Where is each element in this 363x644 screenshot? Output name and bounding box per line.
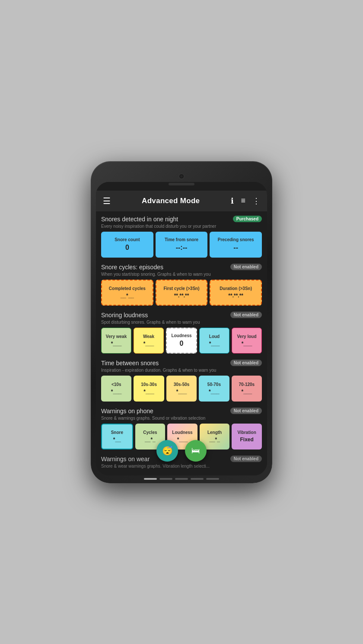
section-time-between: Time between snores Not enabled Inspirat…	[101, 360, 262, 402]
card-label-loud: Loud	[209, 334, 220, 339]
section-desc-time-between: Inspiration - expiration duration. Graph…	[101, 368, 262, 373]
card-completed-cycles[interactable]: Completed cycles __*__	[101, 280, 153, 306]
notes-icon[interactable]: ≡	[240, 195, 246, 206]
section-header-cycles: Snore cycles: episodes Not enabled	[101, 264, 262, 271]
card-value-warn-length: __*_	[209, 437, 220, 443]
section-header-time-between: Time between snores Not enabled	[101, 360, 262, 367]
card-label-time-from-snore: Time from snore	[165, 237, 198, 242]
badge-loudness: Not enabled	[230, 312, 262, 318]
phone-frame: ☰ Advanced Mode ℹ ≡ ⋮ Snores detected in…	[91, 161, 272, 483]
card-duration[interactable]: Duration (>3Sn) **.**.**	[210, 280, 262, 306]
fab-bed[interactable]: 🛏	[185, 440, 207, 462]
card-value-10s-30s: *___	[143, 389, 154, 395]
card-loud[interactable]: Loud *___	[199, 328, 229, 354]
badge-warnings-phone: Not enabled	[230, 408, 262, 414]
card-label-30s-50s: 30s-50s	[174, 382, 190, 387]
card-lt10s[interactable]: <10s *___	[101, 376, 131, 402]
fab-face[interactable]: 😴	[156, 440, 178, 462]
fab-container: 😴 🛏	[156, 440, 207, 462]
nav-dot-5	[206, 478, 219, 480]
card-label-snore-count: Snore count	[115, 237, 140, 242]
card-value-30s-50s: *___	[176, 389, 187, 395]
card-label-70-120s: 70-120s	[239, 382, 255, 387]
card-warn-vibration[interactable]: Vibration Fixed	[232, 424, 262, 450]
section-desc-loudness: Spot disturbing snores. Graphs & when to…	[101, 320, 262, 325]
card-label-preceding-snores: Preceding snores	[218, 237, 254, 242]
info-icon[interactable]: ℹ	[230, 195, 235, 207]
bottom-nav	[144, 478, 219, 480]
section-desc-snores: Every noisy inspiration that could distu…	[101, 224, 262, 229]
card-label-weak: Weak	[143, 334, 154, 339]
card-value-very-loud: *___	[242, 341, 252, 347]
card-snore-count[interactable]: Snore count 0	[101, 232, 153, 258]
badge-warnings-wear: Not enabled	[230, 456, 262, 462]
section-header-loudness: Snoring loudness Not enabled	[101, 312, 262, 319]
card-value-warn-cycles: __*_	[145, 437, 156, 443]
card-very-loud[interactable]: Very loud *___	[232, 328, 262, 354]
card-loudness[interactable]: Loudness 0	[166, 328, 197, 354]
app-title: Advanced Mode	[142, 197, 200, 205]
card-value-warn-vibration: Fixed	[240, 437, 254, 443]
card-30s-50s[interactable]: 30s-50s *___	[166, 376, 197, 402]
card-time-from-snore[interactable]: Time from snore --:--	[156, 232, 208, 258]
section-desc-warnings-phone: Snore & warnings graphs. Sound or vibrat…	[101, 416, 262, 421]
card-label-very-weak: Very weak	[106, 334, 127, 339]
card-label-warn-loudness: Loudness	[172, 430, 192, 435]
card-label-10s-30s: 10s-30s	[141, 382, 157, 387]
section-loudness: Snoring loudness Not enabled Spot distur…	[101, 312, 262, 354]
menu-icon[interactable]: ☰	[102, 195, 111, 207]
snores-cards-row: Snore count 0 Time from snore --:-- Prec…	[101, 232, 262, 258]
nav-dot-4	[191, 478, 204, 480]
badge-cycles: Not enabled	[230, 264, 262, 270]
cycles-cards-row: Completed cycles __*__ First cycle (>3Sn…	[101, 280, 262, 306]
card-value-70-120s: *___	[241, 389, 252, 395]
card-label-warn-cycles: Cycles	[143, 430, 157, 435]
nav-dot-3	[175, 478, 188, 480]
section-title-warnings-wear: Warnings on wear	[101, 456, 150, 462]
card-value-duration: **.**.**	[228, 293, 243, 299]
card-weak[interactable]: Weak *___	[134, 328, 164, 354]
app-bar: ☰ Advanced Mode ℹ ≡ ⋮	[96, 191, 267, 211]
card-warn-snore[interactable]: Snore *__	[101, 424, 133, 450]
card-label-loudness: Loudness	[171, 333, 191, 338]
section-snores-detected: Snores detected in one night Purchased E…	[101, 216, 262, 258]
overflow-menu-icon[interactable]: ⋮	[252, 195, 261, 207]
card-label-50-70s: 50-70s	[207, 382, 221, 387]
section-snore-cycles: Snore cycles: episodes Not enabled When …	[101, 264, 262, 306]
card-value-warn-snore: *__	[113, 437, 121, 443]
loudness-cards-row: Very weak *___ Weak *___ Loudness 0 Loud…	[101, 328, 262, 354]
card-value-completed-cycles: __*__	[121, 293, 134, 299]
badge-purchased: Purchased	[233, 216, 262, 222]
card-value-preceding-snores: --	[233, 244, 238, 252]
card-label-lt10s: <10s	[111, 382, 121, 387]
nav-dot-1	[144, 478, 157, 480]
card-label-first-cycle: First cycle (>3Sn)	[163, 286, 199, 291]
section-desc-warnings-wear: Snore & wear warnings graphs. Vibration …	[101, 464, 262, 469]
card-value-snore-count: 0	[125, 244, 129, 252]
card-very-weak[interactable]: Very weak *___	[101, 328, 131, 354]
section-header-snores: Snores detected in one night Purchased	[101, 216, 262, 223]
card-value-time-from-snore: --:--	[176, 244, 188, 252]
card-value-50-70s: *___	[209, 389, 220, 395]
card-label-warn-vibration: Vibration	[238, 430, 256, 435]
card-50-70s[interactable]: 50-70s *___	[199, 376, 229, 402]
card-label-warn-length: Length	[207, 430, 222, 435]
card-value-lt10s: *___	[111, 389, 122, 395]
section-header-warnings-phone: Warnings on phone Not enabled	[101, 408, 262, 414]
card-label-completed-cycles: Completed cycles	[109, 286, 146, 291]
card-value-loudness: 0	[180, 340, 184, 348]
card-70-120s[interactable]: 70-120s *___	[232, 376, 262, 402]
phone-screen: ☰ Advanced Mode ℹ ≡ ⋮ Snores detected in…	[96, 182, 267, 475]
card-preceding-snores[interactable]: Preceding snores --	[210, 232, 262, 258]
card-10s-30s[interactable]: 10s-30s *___	[134, 376, 164, 402]
section-title-time-between: Time between snores	[101, 360, 159, 367]
camera	[178, 173, 185, 179]
speaker	[169, 183, 194, 185]
card-first-cycle[interactable]: First cycle (>3Sn) **.**.**	[156, 280, 208, 306]
card-label-warn-snore: Snore	[111, 430, 123, 435]
section-title-snores: Snores detected in one night	[101, 216, 178, 223]
card-value-very-weak: *___	[111, 341, 122, 347]
card-label-duration: Duration (>3Sn)	[220, 286, 252, 291]
main-content: Snores detected in one night Purchased E…	[96, 211, 267, 475]
card-value-loud: *___	[209, 341, 220, 347]
